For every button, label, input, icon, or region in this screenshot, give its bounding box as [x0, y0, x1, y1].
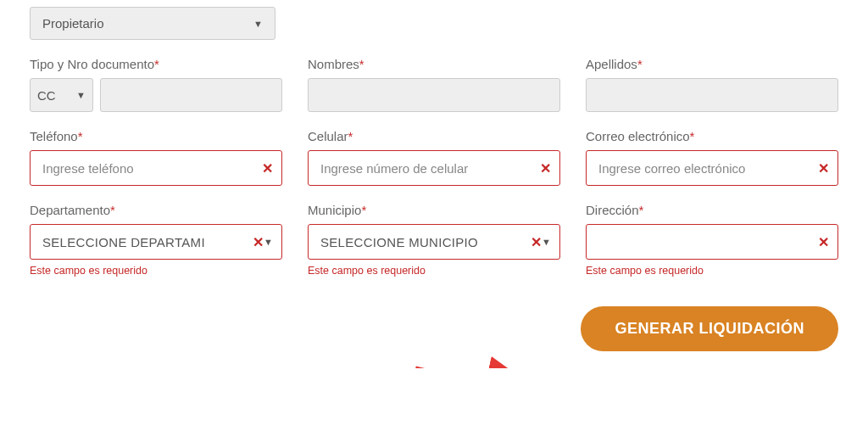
- municipio-label: Municipio*: [308, 203, 560, 217]
- chevron-down-icon: ▼: [542, 237, 551, 247]
- clear-icon[interactable]: ✕: [818, 234, 829, 250]
- clear-icon[interactable]: ✕: [262, 160, 273, 176]
- correo-input[interactable]: [598, 161, 813, 176]
- apellidos-label: Apellidos*: [586, 57, 838, 71]
- municipio-value: SELECCIONE MUNICIPIO: [320, 235, 478, 249]
- propietario-value: Propietario: [42, 16, 104, 31]
- generate-button[interactable]: GENERAR LIQUIDACIÓN: [581, 306, 838, 351]
- departamento-label: Departamento*: [30, 203, 282, 217]
- chevron-down-icon: ▼: [264, 237, 273, 247]
- clear-icon[interactable]: ✕: [253, 234, 264, 250]
- telefono-input-wrap[interactable]: ✕: [30, 150, 282, 186]
- direccion-label: Dirección*: [586, 203, 838, 217]
- direccion-input[interactable]: [598, 235, 813, 249]
- departamento-value: SELECCIONE DEPARTAMI: [42, 235, 205, 249]
- clear-icon[interactable]: ✕: [540, 160, 551, 176]
- chevron-down-icon: ▼: [76, 90, 86, 100]
- clear-icon[interactable]: ✕: [531, 234, 542, 250]
- telefono-label: Teléfono*: [30, 129, 282, 143]
- apellidos-input[interactable]: [586, 78, 838, 112]
- departamento-error: Este campo es requerido: [30, 265, 282, 277]
- direccion-error: Este campo es requerido: [586, 265, 838, 277]
- direccion-input-wrap[interactable]: ✕: [586, 224, 838, 260]
- telefono-input[interactable]: [42, 161, 257, 176]
- doc-type-value: CC: [37, 88, 56, 103]
- nombres-input[interactable]: [308, 78, 560, 112]
- doc-type-select[interactable]: CC ▼: [30, 78, 93, 112]
- nombres-label: Nombres*: [308, 57, 560, 71]
- departamento-select[interactable]: SELECCIONE DEPARTAMI ✕ ▼: [30, 224, 282, 260]
- clear-icon[interactable]: ✕: [818, 160, 829, 176]
- propietario-select[interactable]: Propietario ▼: [30, 7, 275, 40]
- arrow-annotation: [407, 356, 576, 368]
- celular-input[interactable]: [320, 161, 535, 176]
- doc-number-input[interactable]: [100, 78, 282, 112]
- municipio-select[interactable]: SELECCIONE MUNICIPIO ✕ ▼: [308, 224, 560, 260]
- celular-input-wrap[interactable]: ✕: [308, 150, 560, 186]
- celular-label: Celular*: [308, 129, 560, 143]
- correo-input-wrap[interactable]: ✕: [586, 150, 838, 186]
- chevron-down-icon: ▼: [253, 19, 263, 29]
- municipio-error: Este campo es requerido: [308, 265, 560, 277]
- doc-type-label: Tipo y Nro documento*: [30, 57, 282, 71]
- correo-label: Correo electrónico*: [586, 129, 838, 143]
